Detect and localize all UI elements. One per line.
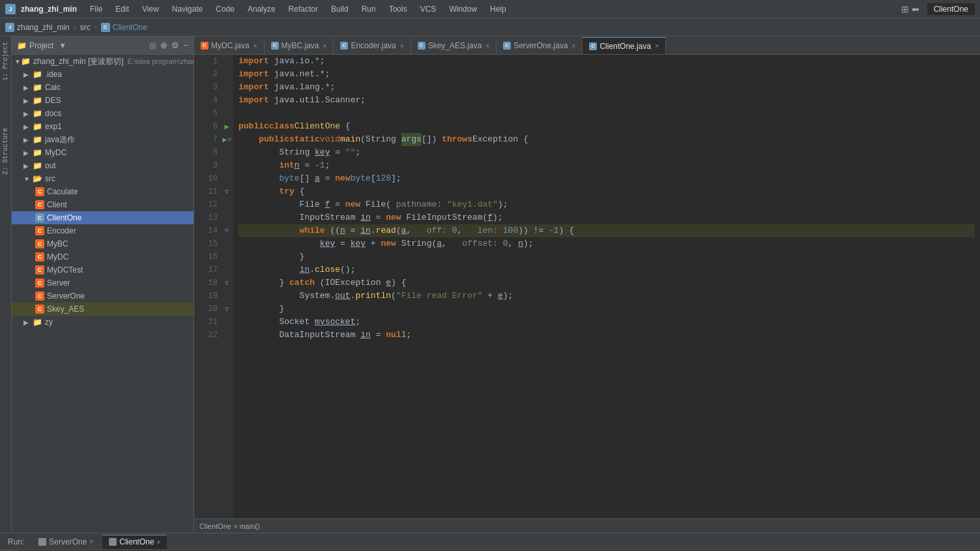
tree-item-caculate[interactable]: C Caculate bbox=[12, 185, 194, 198]
editor-area: C MyDC.java × C MyBC.java × C Encoder.ja… bbox=[194, 37, 980, 533]
tree-item-docs[interactable]: ▶ 📁 docs bbox=[12, 107, 194, 120]
code-area: 1 2 3 4 5 6 7 8 9 10 11 12 13 14 15 16 1… bbox=[194, 55, 980, 518]
app-icon: J bbox=[5, 4, 16, 14]
tab-mydc[interactable]: C MyDC.java × bbox=[194, 37, 265, 54]
code-line-20: } bbox=[238, 303, 975, 316]
code-line-11: try { bbox=[238, 185, 975, 198]
fold-20[interactable]: ▽ bbox=[220, 303, 233, 316]
main-layout: 1: Project Z: Structure 📁 Project ▼ ◎ ⊕ … bbox=[0, 37, 980, 533]
tree-item-idea[interactable]: ▶ 📁 .idea bbox=[12, 68, 194, 81]
tree-item-out[interactable]: ▶ 📁 out bbox=[12, 159, 194, 172]
menu-item-edit[interactable]: Edit bbox=[110, 3, 134, 15]
bottom-tab-clientone[interactable]: ClientOne × bbox=[102, 535, 167, 549]
tab-skey-aes[interactable]: C Skey_AES.java × bbox=[411, 37, 497, 54]
tree-item-zy[interactable]: ▶ 📁 zy bbox=[12, 316, 194, 329]
editor-gutter: ▶ ▶ ▽ ▽ ▽ ▽ ▽ bbox=[220, 55, 233, 518]
tree-item-javaxuanzuo[interactable]: ▶ 📁 java选作 bbox=[12, 133, 194, 146]
expand-all-icon[interactable]: ⊕ bbox=[160, 40, 167, 50]
code-line-1: import java.io.*; bbox=[238, 55, 975, 68]
tree-item-serverone[interactable]: C ServerOne bbox=[12, 290, 194, 303]
menu-item-navigate[interactable]: Navigate bbox=[167, 3, 208, 15]
window-title: ClientOne bbox=[927, 3, 975, 15]
tab-serverone[interactable]: C ServerOne.java × bbox=[497, 37, 583, 54]
menu-item-view[interactable]: View bbox=[137, 3, 164, 15]
menu-bar: J zhang_zhi_min File Edit View Navigate … bbox=[0, 0, 980, 18]
locate-icon[interactable]: ◎ bbox=[149, 40, 156, 50]
tab-mybc[interactable]: C MyBC.java × bbox=[265, 37, 334, 54]
tab-encoder[interactable]: C Encoder.java × bbox=[334, 37, 411, 54]
project-tree: ▼ 📁 zhang_zhi_min [斐波那切] E:\idea program… bbox=[12, 55, 194, 533]
code-line-15: key = key + new String(a, offset: 0, n); bbox=[238, 237, 975, 250]
code-line-2: import java.net.*; bbox=[238, 68, 975, 81]
fold-14[interactable]: ▽ bbox=[220, 224, 233, 237]
code-line-4: import java.util.Scanner; bbox=[238, 94, 975, 107]
menu-item-tools[interactable]: Tools bbox=[384, 3, 412, 15]
tree-item-src[interactable]: ▼ 📂 src bbox=[12, 172, 194, 185]
tree-root[interactable]: ▼ 📁 zhang_zhi_min [斐波那切] E:\idea program… bbox=[12, 55, 194, 68]
menu-item-help[interactable]: Help bbox=[485, 3, 512, 15]
menu-item-build[interactable]: Build bbox=[326, 3, 354, 15]
bottom-tab-serverone[interactable]: ServerOne × bbox=[32, 535, 100, 549]
tree-item-mybc[interactable]: C MyBC bbox=[12, 237, 194, 250]
tab-clientone[interactable]: C ClientOne.java × bbox=[583, 37, 666, 54]
project-panel: 📁 Project ▼ ◎ ⊕ ⚙ − ▼ 📁 zhang_zhi_min [斐… bbox=[12, 37, 194, 533]
tree-item-mydctest[interactable]: C MyDCTest bbox=[12, 263, 194, 276]
code-line-22: DataInputStream in = null; bbox=[238, 329, 975, 342]
menu-item-code[interactable]: Code bbox=[210, 3, 240, 15]
root-label: zhang_zhi_min [斐波那切] bbox=[33, 56, 124, 67]
breadcrumb-src[interactable]: src bbox=[80, 23, 91, 32]
tree-item-exp1[interactable]: ▶ 📁 exp1 bbox=[12, 120, 194, 133]
server-tab-icon bbox=[38, 538, 46, 546]
project-title: Project bbox=[29, 41, 53, 50]
folder-icon: 📁 bbox=[17, 41, 27, 50]
code-line-3: import java.lang.*; bbox=[238, 81, 975, 94]
project-dropdown-icon[interactable]: ▼ bbox=[59, 41, 66, 50]
menu-item-vcs[interactable]: VCS bbox=[415, 3, 442, 15]
bottom-panel: Run: ServerOne × ClientOne × ▶ ■ ↺ ⏸ ≡ ⊞… bbox=[0, 533, 980, 551]
back-icon[interactable]: ⬅ bbox=[912, 4, 919, 14]
fold-18[interactable]: ▽ bbox=[220, 276, 233, 290]
tree-item-client[interactable]: C Client bbox=[12, 198, 194, 211]
tree-item-des[interactable]: ▶ 📁 DES bbox=[12, 94, 194, 107]
code-line-12: File f = new File( pathname: "key1.dat")… bbox=[238, 198, 975, 211]
code-line-7: public static void main(String args[]) t… bbox=[238, 133, 975, 146]
maximize-icon[interactable]: ⊞ bbox=[901, 4, 909, 14]
structure-panel-label[interactable]: Z: Structure bbox=[2, 125, 9, 177]
status-breadcrumb: ClientOne > main() bbox=[199, 522, 260, 530]
tree-item-skey-aes[interactable]: C Skey_AES bbox=[12, 303, 194, 316]
settings-icon[interactable]: ⚙ bbox=[171, 40, 179, 50]
tree-item-calc[interactable]: ▶ 📁 Calc bbox=[12, 81, 194, 94]
close-panel-icon[interactable]: − bbox=[183, 40, 188, 50]
menu-item-analyze[interactable]: Analyze bbox=[242, 3, 281, 15]
code-line-16: } bbox=[238, 250, 975, 263]
menu-item-file[interactable]: File bbox=[85, 3, 108, 15]
breadcrumb-project[interactable]: zhang_zhi_min bbox=[17, 23, 70, 32]
breadcrumb-clientone[interactable]: ClientOne bbox=[113, 23, 147, 32]
project-panel-label[interactable]: 1: Project bbox=[2, 39, 9, 83]
menu-item-run[interactable]: Run bbox=[356, 3, 381, 15]
menu-item-refactor[interactable]: Refactor bbox=[283, 3, 323, 15]
run-marker-6[interactable]: ▶ bbox=[220, 120, 233, 133]
tree-item-encoder[interactable]: C Encoder bbox=[12, 224, 194, 237]
breadcrumb-item-icon: C bbox=[101, 23, 110, 32]
fold-11[interactable]: ▽ bbox=[220, 185, 233, 198]
tree-item-clientone[interactable]: C ClientOne bbox=[12, 211, 194, 224]
editor-status-bar: ClientOne > main() bbox=[194, 518, 980, 533]
code-line-19: System.out.println("File read Error" + e… bbox=[238, 290, 975, 303]
breadcrumb-sep2: › bbox=[94, 23, 97, 32]
code-line-9: int n = -1; bbox=[238, 159, 975, 172]
menu-item-window[interactable]: Window bbox=[444, 3, 482, 15]
run-marker-7[interactable]: ▶ ▽ bbox=[220, 133, 233, 146]
tree-item-mydc2[interactable]: C MyDC bbox=[12, 250, 194, 263]
root-folder-icon: 📁 bbox=[21, 57, 31, 66]
project-panel-header: 📁 Project ▼ ◎ ⊕ ⚙ − bbox=[12, 37, 194, 55]
code-line-14: while ((n = in.read(a, off: 0, len: 100)… bbox=[238, 224, 975, 237]
tree-item-server[interactable]: C Server bbox=[12, 276, 194, 290]
code-line-8: String key = ""; bbox=[238, 146, 975, 159]
breadcrumb-sep1: › bbox=[74, 23, 76, 32]
editor-tabs-bar: C MyDC.java × C MyBC.java × C Encoder.ja… bbox=[194, 37, 980, 55]
code-line-6: public class ClientOne { bbox=[238, 120, 975, 133]
project-icon: J bbox=[5, 23, 14, 32]
code-editor[interactable]: import java.io.*; import java.net.*; imp… bbox=[233, 55, 980, 518]
tree-item-mydc[interactable]: ▶ 📁 MyDC bbox=[12, 146, 194, 159]
